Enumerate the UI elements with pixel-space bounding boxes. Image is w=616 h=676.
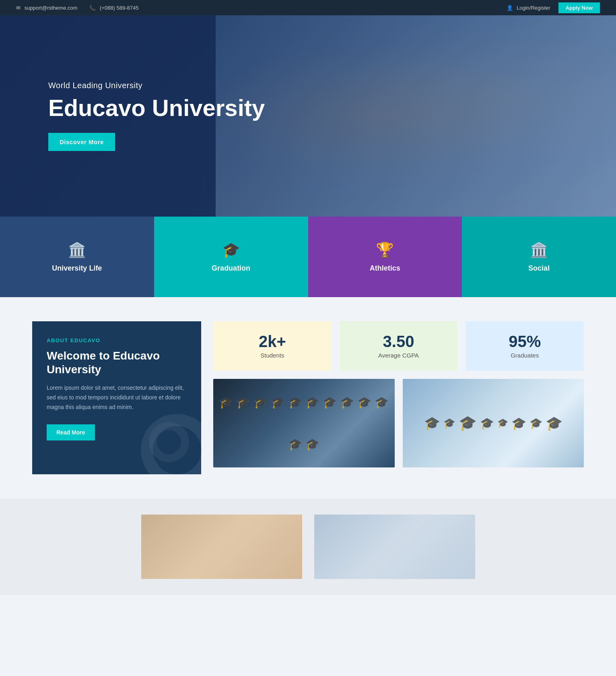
graduation-caps-overlay-1: 🎓 🎓 🎓 🎓 🎓 🎓 🎓 🎓 🎓 🎓 🎓 🎓 — [213, 379, 395, 467]
read-more-button[interactable]: Read More — [47, 424, 95, 440]
hero-title: Educavo University — [48, 95, 265, 121]
stats-row: 2k+ Students 3.50 Average CGPA 95% Gradu… — [213, 321, 584, 371]
category-tiles: 🏛️ University Life 🎓 Graduation 🏆 Athlet… — [0, 217, 616, 297]
university-life-label: University Life — [52, 264, 102, 273]
cgpa-label: Average CGPA — [348, 352, 450, 359]
apply-now-button[interactable]: Apply Now — [558, 2, 600, 13]
cap-10: 🎓 — [375, 396, 389, 409]
about-card-decoration-2 — [149, 422, 189, 462]
athletics-icon: 🏆 — [376, 242, 394, 258]
athletics-label: Athletics — [370, 264, 400, 273]
cap-11: 🎓 — [288, 438, 302, 451]
email-icon: ✉ — [16, 5, 21, 11]
cap-7: 🎓 — [323, 396, 337, 409]
stat-card-cgpa: 3.50 Average CGPA — [340, 321, 458, 371]
cap-9: 🎓 — [357, 396, 371, 409]
cap-b1: 🎓 — [424, 416, 440, 431]
hero-section: World Leading University Educavo Univers… — [0, 15, 616, 217]
discover-more-button[interactable]: Discover More — [48, 133, 115, 151]
cap-b7: 🎓 — [529, 417, 542, 430]
cap-12: 🎓 — [305, 438, 319, 451]
cap-6: 🎓 — [305, 396, 319, 409]
graduation-image-1: 🎓 🎓 🎓 🎓 🎓 🎓 🎓 🎓 🎓 🎓 🎓 🎓 — [213, 379, 395, 467]
topbar-left: ✉ support@rstheme.com 📞 (+088) 589-8745 — [16, 5, 138, 11]
cap-b8: 🎓 — [546, 415, 562, 431]
topbar-email: ✉ support@rstheme.com — [16, 5, 77, 11]
about-section: ABOUT EDUCAVO Welcome to Educavo Univers… — [0, 297, 616, 498]
cap-b5: 🎓 — [497, 418, 508, 428]
category-tile-university-life[interactable]: 🏛️ University Life — [0, 217, 154, 297]
cap-3: 🎓 — [253, 396, 268, 409]
graduates-label: Graduates — [474, 352, 576, 359]
hero-subtitle: World Leading University — [48, 81, 265, 90]
cap-b6: 🎓 — [511, 416, 526, 430]
bottom-image-2 — [314, 515, 475, 579]
hero-content: World Leading University Educavo Univers… — [0, 81, 265, 151]
cap-4: 🎓 — [271, 396, 285, 409]
bottom-image-1 — [141, 515, 302, 579]
graduation-icon: 🎓 — [222, 242, 240, 258]
category-tile-graduation[interactable]: 🎓 Graduation — [154, 217, 308, 297]
graduation-image-2: 🎓 🎓 🎓 🎓 🎓 🎓 🎓 🎓 — [403, 379, 584, 467]
bottom-section — [0, 498, 616, 595]
hero-background-image — [216, 15, 616, 217]
social-icon: 🏛️ — [530, 242, 548, 258]
stat-card-students: 2k+ Students — [213, 321, 332, 371]
topbar-phone: 📞 (+088) 589-8745 — [89, 5, 138, 11]
cap-5: 🎓 — [288, 396, 302, 409]
phone-icon: 📞 — [89, 5, 96, 11]
stat-card-graduates: 95% Graduates — [466, 321, 584, 371]
about-text: Lorem ipsum dolor sit amet, consectetur … — [47, 383, 187, 412]
social-label: Social — [528, 264, 550, 273]
university-life-icon: 🏛️ — [68, 242, 86, 258]
category-tile-social[interactable]: 🏛️ Social — [462, 217, 616, 297]
cap-2: 🎓 — [236, 396, 250, 409]
about-eyebrow: ABOUT EDUCAVO — [47, 337, 187, 343]
graduation-label: Graduation — [212, 264, 250, 273]
cap-1: 🎓 — [219, 396, 233, 409]
category-tile-athletics[interactable]: 🏆 Athletics — [308, 217, 462, 297]
graduation-images-row: 🎓 🎓 🎓 🎓 🎓 🎓 🎓 🎓 🎓 🎓 🎓 🎓 🎓 — [213, 379, 584, 467]
cap-8: 🎓 — [340, 396, 354, 409]
students-number: 2k+ — [221, 333, 323, 349]
about-title: Welcome to Educavo University — [47, 349, 187, 376]
right-column: 2k+ Students 3.50 Average CGPA 95% Gradu… — [213, 321, 584, 467]
cap-b4: 🎓 — [480, 417, 494, 430]
about-card: ABOUT EDUCAVO Welcome to Educavo Univers… — [32, 321, 201, 474]
cap-b2: 🎓 — [443, 418, 455, 429]
topbar-right: 👤 Login/Register Apply Now — [507, 2, 600, 13]
graduates-number: 95% — [474, 333, 576, 349]
cap-b3: 🎓 — [459, 415, 477, 432]
user-icon: 👤 — [507, 5, 513, 11]
graduation-caps-overlay-2: 🎓 🎓 🎓 🎓 🎓 🎓 🎓 🎓 — [403, 379, 584, 467]
topbar: ✉ support@rstheme.com 📞 (+088) 589-8745 … — [0, 0, 616, 15]
login-register-link[interactable]: 👤 Login/Register — [507, 5, 550, 11]
cgpa-number: 3.50 — [348, 333, 450, 349]
students-label: Students — [221, 352, 323, 359]
